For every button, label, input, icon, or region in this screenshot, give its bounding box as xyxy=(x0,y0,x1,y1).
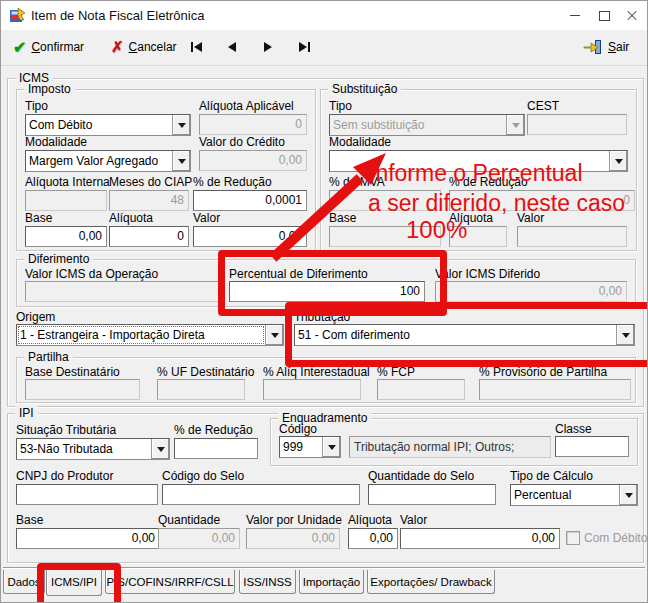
reducao-label: % de Redução xyxy=(193,176,272,189)
valor-por-unidade-label: Valor por Unidade xyxy=(246,514,342,527)
situacao-tributaria-combobox[interactable]: 53-Não Tributada xyxy=(16,438,170,460)
partilha-group-label: Partilha xyxy=(24,350,73,364)
valor-label: Valor xyxy=(193,212,220,225)
tab-icms-ipi[interactable]: ICMS/IPI xyxy=(46,567,102,596)
nav-next-button[interactable] xyxy=(256,36,280,58)
tab-dados[interactable]: Dados xyxy=(3,570,45,594)
enquadramento-codigo-value: 999 xyxy=(280,437,322,457)
substituicao-group: Substituição Tipo Sem substituição CEST … xyxy=(320,89,637,251)
reducao-label: % de Redução xyxy=(449,176,528,189)
aliquota-interna-field xyxy=(25,190,107,211)
imposto-tipo-value: Com Débito xyxy=(26,115,172,135)
tab-pis-cofins[interactable]: PIS/COFINS/IRRF/CSLL xyxy=(105,570,235,594)
ipi-group: IPI Situação Tributária 53-Não Tributada… xyxy=(7,413,644,563)
ipi-quantidade-label: Quantidade xyxy=(158,514,220,527)
chevron-down-icon[interactable] xyxy=(616,325,634,345)
valor-credito-label: Valor do Crédito xyxy=(199,136,285,149)
diferimento-group: Diferimento Valor ICMS da Operação Perce… xyxy=(16,259,636,307)
exit-button[interactable]: Sair xyxy=(583,30,629,64)
ipi-aliquota-field[interactable]: 0,00 xyxy=(348,528,398,549)
tributacao-combobox[interactable]: 51 - Com diferimento xyxy=(294,324,635,346)
ipi-valor-field[interactable]: 0,00 xyxy=(400,528,560,549)
classe-label: Classe xyxy=(555,423,592,436)
uf-destinatario-field xyxy=(157,379,245,400)
substituicao-group-label: Substituição xyxy=(328,82,401,96)
maximize-icon xyxy=(599,11,610,21)
chevron-down-icon[interactable] xyxy=(172,151,190,171)
aliquota-aplicavel-label: Alíquota Aplicável xyxy=(199,100,294,113)
imposto-tipo-combobox[interactable]: Com Débito xyxy=(25,114,191,136)
last-icon xyxy=(299,42,307,52)
quantidade-selo-label: Quantidade do Selo xyxy=(368,470,474,483)
window-title: Item de Nota Fiscal Eletrônica xyxy=(31,1,204,30)
codigo-selo-label: Código do Selo xyxy=(162,470,244,483)
chevron-down-icon[interactable] xyxy=(151,439,169,459)
imposto-base-field[interactable]: 0,00 xyxy=(25,226,107,247)
classe-field[interactable] xyxy=(555,436,629,457)
icms-group: ICMS Imposto Tipo Com Débito Alíquota Ap… xyxy=(7,78,644,407)
window: Item de Nota Fiscal Eletrônica ✔ Confirm… xyxy=(0,0,648,603)
minimize-button[interactable] xyxy=(561,1,589,30)
codigo-selo-field[interactable] xyxy=(162,484,360,505)
enquadramento-codigo-combobox[interactable]: 999 xyxy=(279,436,341,458)
tipo-calculo-value: Percentual xyxy=(511,485,619,505)
valor-credito-field: 0,00 xyxy=(199,150,307,171)
maximize-button[interactable] xyxy=(590,1,618,30)
substituicao-reducao-field: 0 xyxy=(449,190,635,211)
aliquota-label: Alíquota xyxy=(109,212,153,225)
tab-iss-inss[interactable]: ISS/INSS xyxy=(239,570,296,594)
substituicao-base-field xyxy=(329,226,441,247)
cnpj-produtor-field[interactable] xyxy=(16,484,158,505)
base-destinatario-label: Base Destinatário xyxy=(25,366,120,379)
substituicao-tipo-value: Sem substituição xyxy=(330,115,506,135)
nav-prev-button[interactable] xyxy=(220,36,244,58)
cancel-button[interactable]: ✗ Cancelar xyxy=(111,30,177,64)
base-label: Base xyxy=(25,212,52,225)
valor-icms-operacao-field xyxy=(25,281,221,302)
imposto-modalidade-combobox[interactable]: Margem Valor Agregado xyxy=(25,150,191,172)
tributacao-value: 51 - Com diferimento xyxy=(295,325,616,345)
close-icon xyxy=(626,10,638,22)
app-icon xyxy=(9,7,26,24)
ipi-base-field[interactable]: 0,00 xyxy=(16,528,160,549)
chevron-down-icon[interactable] xyxy=(322,437,340,457)
substituicao-aliquota-field xyxy=(449,226,507,247)
tipo-calculo-combobox[interactable]: Percentual xyxy=(510,484,638,506)
close-button[interactable] xyxy=(618,1,646,30)
exit-door-icon xyxy=(583,39,603,55)
confirm-button[interactable]: ✔ Confirmar xyxy=(13,30,84,64)
valor-icms-diferido-field: 0,00 xyxy=(435,281,627,302)
confirm-label: Confirmar xyxy=(31,40,84,54)
tab-importacao[interactable]: Importação xyxy=(299,570,364,594)
chevron-down-icon[interactable] xyxy=(609,151,627,171)
imposto-valor-field[interactable]: 0,00 xyxy=(193,226,307,247)
percentual-diferimento-field[interactable]: 100 xyxy=(229,281,425,302)
substituicao-modalidade-combobox[interactable] xyxy=(329,150,628,172)
imposto-aliquota-field[interactable]: 0 xyxy=(109,226,189,247)
meses-ciap-field: 48 xyxy=(109,190,189,211)
origem-combobox[interactable]: 1 - Estrangeira - Importação Direta xyxy=(16,324,284,346)
ipi-aliquota-label: Alíquota xyxy=(348,514,392,527)
prev-icon xyxy=(228,42,236,52)
tab-exportacoes[interactable]: Exportações/ Drawback xyxy=(367,570,495,594)
quantidade-selo-field[interactable] xyxy=(368,484,496,505)
mva-label: % de MVA xyxy=(329,176,385,189)
valor-label: Valor xyxy=(517,212,544,225)
fcp-label: % FCP xyxy=(377,366,415,379)
base-destinatario-field xyxy=(25,379,140,400)
ipi-reducao-field[interactable] xyxy=(174,438,258,459)
aliquota-label: Alíquota xyxy=(449,212,493,225)
nav-first-button[interactable] xyxy=(184,36,208,58)
nav-last-button[interactable] xyxy=(292,36,316,58)
meses-ciap-label: Meses do CIAP xyxy=(109,176,192,189)
chevron-down-icon[interactable] xyxy=(265,325,283,345)
chevron-down-icon[interactable] xyxy=(619,485,637,505)
exit-label: Sair xyxy=(608,40,629,54)
cest-field xyxy=(527,114,627,135)
chevron-down-icon[interactable] xyxy=(172,115,190,135)
aliquota-aplicavel-field: 0 xyxy=(199,114,307,135)
ipi-quantidade-field: 0,00 xyxy=(158,528,240,549)
check-icon: ✔ xyxy=(13,38,26,57)
valor-icms-diferido-label: Valor ICMS Diferido xyxy=(435,268,540,281)
reducao-field[interactable]: 0,0001 xyxy=(193,190,307,211)
